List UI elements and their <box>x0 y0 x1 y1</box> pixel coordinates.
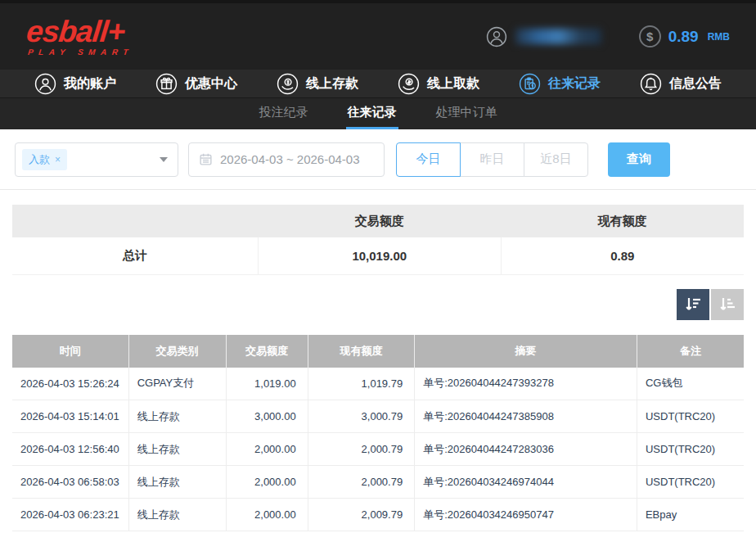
nav-item-promotions[interactable]: 优惠中心 <box>155 73 237 95</box>
nav-item-deposit[interactable]: 线上存款 <box>277 73 358 95</box>
cell-summary: 单号:202604044247385908 <box>415 400 637 433</box>
summary-header-balance: 现有额度 <box>501 205 744 237</box>
topbar: esball+ PLAY SMART $ 0.89 RMB <box>0 0 756 70</box>
col-header-remark: 备注 <box>637 335 744 368</box>
nav-label: 我的账户 <box>64 75 116 93</box>
brand-logo[interactable]: esball+ PLAY SMART <box>24 16 137 56</box>
brand-logo-tagline: PLAY SMART <box>24 48 133 56</box>
cell-remark: USDT(TRC20) <box>637 433 744 466</box>
cell-balance: 1,019.79 <box>308 368 415 400</box>
button-label: 近8日 <box>540 151 571 167</box>
cell-time: 2026-04-03 15:14:01 <box>12 400 128 433</box>
quick-date-group: 今日 昨日 近8日 <box>396 142 588 177</box>
tab-transaction-records[interactable]: 往来记录 <box>346 98 398 129</box>
button-label: 今日 <box>416 151 441 167</box>
cell-balance: 3,000.79 <box>308 400 415 433</box>
user-icon <box>34 73 56 95</box>
records-icon <box>519 73 541 95</box>
summary-total-label: 总计 <box>12 237 258 274</box>
tab-label: 处理中订单 <box>436 105 497 120</box>
cell-type: 线上存款 <box>128 499 226 531</box>
records-table: 时间 交易类别 交易额度 现有额度 摘要 备注 2026-04-03 15:26… <box>12 335 744 532</box>
nav-item-withdraw[interactable]: 线上取款 <box>398 73 479 95</box>
cell-time: 2026-04-03 12:56:40 <box>12 433 128 466</box>
filter-bar: 入款 × 2026-04-03 ~ 2026-04-03 今日 昨日 近8日 查… <box>0 129 756 190</box>
balance-display[interactable]: $ 0.89 RMB <box>639 25 730 47</box>
user-account[interactable] <box>486 26 601 47</box>
main-nav: 我的账户 优惠中心 线上存款 线上取款 <box>0 70 756 97</box>
type-select[interactable]: 入款 × <box>15 142 178 177</box>
summary-total-balance: 0.89 <box>501 237 744 274</box>
balance-amount: 0.89 <box>668 28 699 46</box>
cell-type: CGPAY支付 <box>128 368 226 400</box>
tab-pending-orders[interactable]: 处理中订单 <box>434 98 499 129</box>
currency-coin-icon: $ <box>639 25 661 47</box>
button-label: 昨日 <box>480 151 505 167</box>
summary-table: 交易额度 现有额度 总计 10,019.00 0.89 <box>12 205 744 275</box>
nav-item-announcements[interactable]: 信息公告 <box>640 73 722 95</box>
tab-betting-records[interactable]: 投注纪录 <box>258 98 310 129</box>
summary-header-row: 交易额度 现有额度 <box>12 205 744 237</box>
user-avatar-icon <box>486 26 507 47</box>
nav-label: 信息公告 <box>669 75 722 93</box>
quick-yesterday-button[interactable]: 昨日 <box>460 142 524 177</box>
cell-balance: 2,000.79 <box>308 466 415 499</box>
deposit-icon <box>277 73 299 95</box>
cell-type: 线上存款 <box>128 466 226 499</box>
cell-summary: 单号:202604044247283036 <box>415 433 637 466</box>
sort-descending-icon <box>683 295 703 314</box>
table-row: 2026-04-03 06:58:03 线上存款 2,000.00 2,000.… <box>12 466 744 499</box>
sort-descending-button[interactable] <box>677 289 709 320</box>
cell-trade-amount: 2,000.00 <box>226 466 308 499</box>
date-range-picker[interactable]: 2026-04-03 ~ 2026-04-03 <box>188 142 385 177</box>
table-row: 2026-04-03 15:26:24 CGPAY支付 1,019.00 1,0… <box>12 368 744 400</box>
nav-label: 线上取款 <box>427 75 479 93</box>
cell-time: 2026-04-03 15:26:24 <box>12 368 128 400</box>
cell-summary: 单号:202604044247393278 <box>415 368 637 400</box>
col-header-balance: 现有额度 <box>308 335 415 368</box>
sort-ascending-icon <box>718 295 737 314</box>
tag-remove-icon[interactable]: × <box>55 154 61 165</box>
nav-item-my-account[interactable]: 我的账户 <box>34 73 116 95</box>
cell-type: 线上存款 <box>128 433 226 466</box>
chevron-down-icon <box>160 157 168 162</box>
nav-item-transactions[interactable]: 往来记录 <box>519 73 601 95</box>
bell-icon <box>640 73 662 95</box>
nav-label: 往来记录 <box>548 75 601 93</box>
cell-balance: 2,009.79 <box>308 499 415 531</box>
cell-remark: EBpay <box>637 499 744 531</box>
username-redacted <box>515 29 601 44</box>
cell-trade-amount: 2,000.00 <box>226 433 308 466</box>
type-tag: 入款 × <box>22 149 67 170</box>
cell-time: 2026-04-03 06:23:21 <box>12 499 128 531</box>
search-button-label: 查询 <box>627 151 651 167</box>
sort-ascending-button[interactable] <box>711 289 744 320</box>
nav-label: 线上存款 <box>306 75 358 93</box>
cell-time: 2026-04-03 06:58:03 <box>12 466 128 499</box>
cell-summary: 单号:202604034246974044 <box>415 466 637 499</box>
summary-total-trade: 10,019.00 <box>258 237 501 274</box>
cell-trade-amount: 2,000.00 <box>226 499 308 531</box>
table-row: 2026-04-03 06:23:21 线上存款 2,000.00 2,009.… <box>12 499 744 531</box>
col-header-trade-amount: 交易额度 <box>226 335 308 368</box>
cell-type: 线上存款 <box>128 400 226 433</box>
calendar-icon <box>199 152 213 166</box>
withdraw-icon <box>398 73 420 95</box>
balance-currency: RMB <box>708 31 730 43</box>
nav-label: 优惠中心 <box>185 75 237 93</box>
cell-trade-amount: 1,019.00 <box>226 368 308 400</box>
summary-header-empty <box>12 205 258 237</box>
record-tabs: 投注纪录 往来记录 处理中订单 <box>0 97 756 129</box>
cell-summary: 单号:202604034246950747 <box>415 499 637 531</box>
table-row: 2026-04-03 15:14:01 线上存款 3,000.00 3,000.… <box>12 400 744 433</box>
col-header-type: 交易类别 <box>128 335 226 368</box>
sort-controls <box>12 289 744 320</box>
quick-last8days-button[interactable]: 近8日 <box>524 142 588 177</box>
search-button[interactable]: 查询 <box>608 142 670 177</box>
gift-icon <box>155 73 178 95</box>
quick-today-button[interactable]: 今日 <box>396 142 461 177</box>
cell-remark: USDT(TRC20) <box>637 400 744 433</box>
tab-label: 往来记录 <box>348 105 397 120</box>
cell-balance: 2,000.79 <box>308 433 415 466</box>
type-tag-label: 入款 <box>29 152 50 167</box>
